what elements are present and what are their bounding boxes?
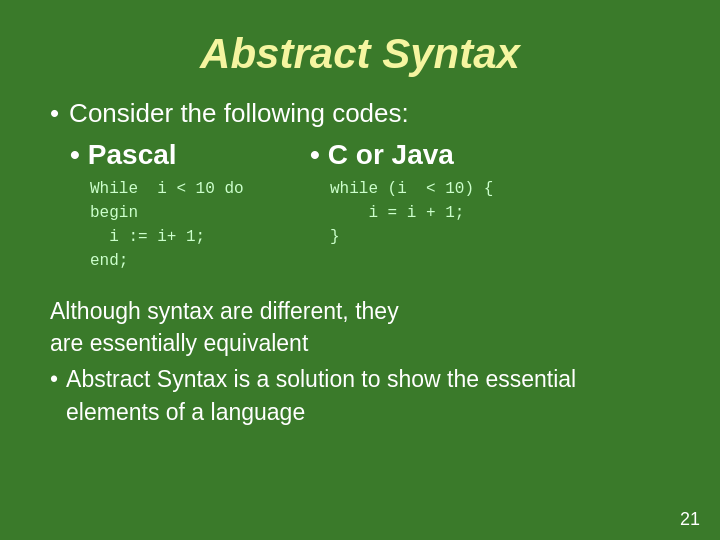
slide: Abstract Syntax • Consider the following… xyxy=(0,0,720,540)
bullet-2: • Abstract Syntax is a solution to show … xyxy=(50,363,670,427)
bottom-text: Although syntax are different, they are … xyxy=(50,295,670,520)
java-column: • C or Java while (i < 10) { i = i + 1; … xyxy=(310,139,550,273)
bullet-1-text: Consider the following codes: xyxy=(69,98,409,129)
bottom-text-1: Although syntax are different, they are … xyxy=(50,295,670,359)
java-label-text: C or Java xyxy=(328,139,454,171)
slide-title: Abstract Syntax xyxy=(50,30,670,78)
pascal-code: While i < 10 do begin i := i+ 1; end; xyxy=(90,177,290,273)
bullet-1: • Consider the following codes: xyxy=(50,98,670,129)
bullet-dot-2: • xyxy=(50,363,58,395)
java-bullet: • xyxy=(310,139,320,171)
code-pair: • Pascal While i < 10 do begin i := i+ 1… xyxy=(70,139,670,273)
page-number: 21 xyxy=(680,509,700,530)
bullet-2-text: Abstract Syntax is a solution to show th… xyxy=(66,363,670,427)
pascal-column: • Pascal While i < 10 do begin i := i+ 1… xyxy=(70,139,290,273)
pascal-label-text: Pascal xyxy=(88,139,177,171)
bullet-dot-1: • xyxy=(50,98,59,129)
java-label: • C or Java xyxy=(310,139,550,171)
pascal-bullet: • xyxy=(70,139,80,171)
java-code: while (i < 10) { i = i + 1; } xyxy=(330,177,550,249)
pascal-label: • Pascal xyxy=(70,139,290,171)
